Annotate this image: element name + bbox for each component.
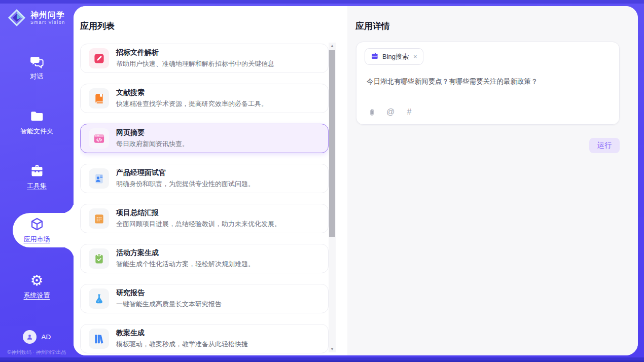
window-bottom-edge: [0, 357, 644, 362]
hash-icon[interactable]: #: [404, 107, 414, 117]
app-name: 项目总结汇报: [116, 208, 281, 218]
scroll-up-arrow-icon[interactable]: ▲: [329, 43, 336, 49]
user-name: AD: [42, 333, 51, 341]
prompt-card: Bing搜索 × 今日湖北有哪些新闻要点？有哪些需要关注的最新政策？ @ #: [356, 42, 620, 125]
app-name: 产品经理面试官: [116, 168, 255, 177]
sidebar-nav: 对话 智能文件夹 工具集 应用市场 ⚙ 系统设置: [0, 49, 74, 322]
app-description: 每日政府新闻资讯快查。: [116, 139, 189, 149]
interviewer-icon: [89, 168, 109, 189]
app-detail-panel: 应用详情 Bing搜索 × 今日湖北有哪些新闻要点？有哪些需要关注的最新政策？ …: [347, 6, 638, 355]
sidebar-footer: ©神州数码 · 神州问学出品: [0, 349, 74, 356]
app-list-item[interactable]: 文献搜索 快速精准查找学术资源，提高研究效率的必备工具。: [80, 84, 329, 113]
browser-code-icon: [89, 128, 109, 149]
window-top-edge: [0, 0, 644, 4]
app-list-panel: 应用列表 招标文件解析 帮助用户快速、准确地理解和解析招标书中的关键信息 文献搜…: [74, 6, 347, 355]
app-name: 招标文件解析: [116, 48, 274, 57]
books-icon: [89, 329, 109, 349]
user-account[interactable]: AD: [0, 330, 74, 344]
sidebar-item-system-settings[interactable]: ⚙ 系统设置: [0, 268, 74, 302]
composer-toolbar: @ #: [367, 107, 414, 117]
brand-name: 神州问学: [30, 11, 65, 20]
main-card: 应用列表 招标文件解析 帮助用户快速、准确地理解和解析招标书中的关键信息 文献搜…: [74, 6, 638, 355]
prompt-input[interactable]: 今日湖北有哪些新闻要点？有哪些需要关注的最新政策？: [367, 77, 609, 86]
app-description: 快速精准查找学术资源，提高研究效率的必备工具。: [116, 99, 268, 108]
app-list-item[interactable]: 项目总结汇报 全面回顾项目进展，总结经验教训，助力未来优化发展。: [80, 204, 329, 233]
sidebar: 神州问学 Smart Vision 对话 智能文件夹 工具集 应用市场: [0, 0, 74, 362]
scroll-down-arrow-icon[interactable]: ▼: [329, 346, 336, 352]
app-name: 活动方案生成: [116, 248, 255, 258]
folder-icon: [29, 108, 45, 124]
calendar-note-icon: [89, 208, 109, 229]
person-icon: [25, 333, 34, 341]
app-list-item[interactable]: 网页摘要 每日政府新闻资讯快查。: [80, 124, 329, 153]
brand-subtitle: Smart Vision: [30, 20, 65, 25]
clipboard-check-icon: [89, 248, 109, 269]
scrollbar[interactable]: ▲ ▼: [329, 43, 336, 352]
app-name: 文献搜索: [116, 88, 268, 97]
app-description: 智能生成个性化活动方案，轻松解决规划难题。: [116, 260, 255, 269]
gear-icon: ⚙: [29, 273, 45, 288]
app-list-item[interactable]: 招标文件解析 帮助用户快速、准确地理解和解析招标书中的关键信息: [80, 44, 329, 73]
app-list-item[interactable]: 教案生成 模板驱动，教案秒成，教学准备从此轻松快捷: [80, 324, 329, 353]
sidebar-item-toolset[interactable]: 工具集: [0, 158, 74, 193]
app-detail-title: 应用详情: [355, 20, 390, 32]
book-icon: [89, 88, 109, 108]
toolbox-icon: [29, 163, 45, 178]
chat-icon: [29, 54, 45, 69]
mention-icon[interactable]: @: [385, 107, 396, 117]
app-description: 明确身份和职责，为您提供专业性的面试问题。: [116, 179, 255, 189]
app-list-item[interactable]: 产品经理面试官 明确身份和职责，为您提供专业性的面试问题。: [80, 164, 329, 193]
report-icon: [89, 288, 109, 309]
brand: 神州问学 Smart Vision: [0, 0, 74, 27]
sidebar-item-smart-folder[interactable]: 智能文件夹: [0, 103, 74, 138]
sidebar-item-app-market[interactable]: 应用市场: [0, 213, 74, 247]
app-name: 研究报告: [116, 288, 222, 298]
app-list: 招标文件解析 帮助用户快速、准确地理解和解析招标书中的关键信息 文献搜索 快速精…: [80, 44, 329, 355]
tool-chip-bing-search[interactable]: Bing搜索 ×: [365, 48, 423, 65]
cube-icon: [29, 216, 45, 232]
tool-chip-label: Bing搜索: [382, 52, 409, 61]
briefcase-icon: [371, 52, 379, 62]
run-button[interactable]: 运行: [589, 138, 620, 153]
diamond-logo-icon: [7, 8, 26, 27]
edit-square-icon: [89, 48, 109, 68]
scrollbar-thumb[interactable]: [329, 50, 335, 237]
close-icon[interactable]: ×: [412, 53, 417, 60]
avatar: [23, 330, 37, 344]
app-name: 网页摘要: [116, 128, 189, 137]
app-description: 模板驱动，教案秒成，教学准备从此轻松快捷: [116, 340, 248, 349]
app-list-title: 应用列表: [80, 20, 115, 32]
app-name: 教案生成: [116, 329, 248, 338]
app-description: 帮助用户快速、准确地理解和解析招标书中的关键信息: [116, 59, 274, 68]
app-list-item[interactable]: 活动方案生成 智能生成个性化活动方案，轻松解决规划难题。: [80, 244, 329, 273]
app-description: 一键智能生成高质量长文本研究报告: [116, 300, 222, 309]
sidebar-item-chat[interactable]: 对话: [0, 49, 74, 83]
paperclip-icon[interactable]: [367, 107, 377, 117]
app-list-item[interactable]: 研究报告 一键智能生成高质量长文本研究报告: [80, 284, 329, 313]
app-description: 全面回顾项目进展，总结经验教训，助力未来优化发展。: [116, 220, 281, 229]
